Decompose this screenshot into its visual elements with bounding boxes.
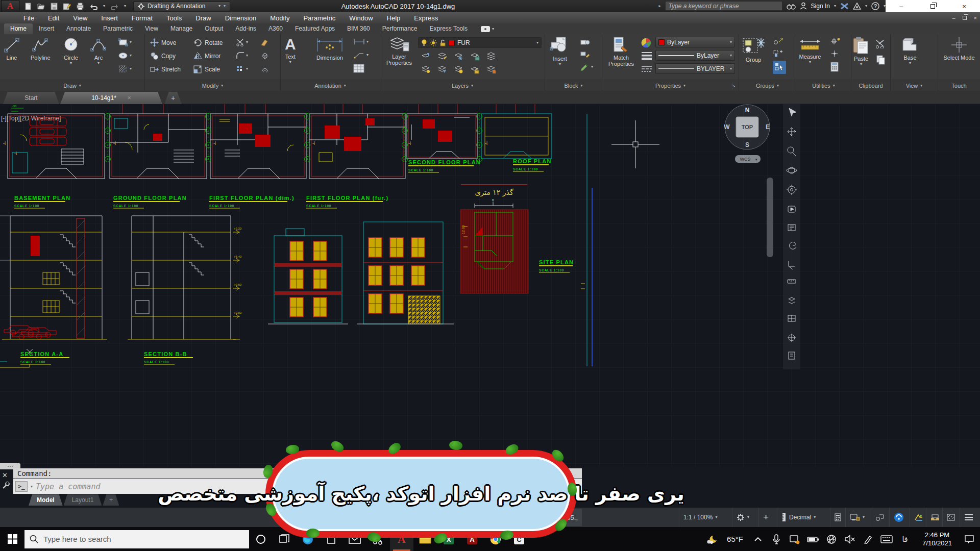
leader-icon[interactable]: ▾	[353, 52, 369, 59]
trusted-autodesk-icon[interactable]	[910, 508, 927, 527]
ribbon-tab-featured-apps[interactable]: Featured Apps	[289, 23, 341, 34]
ribbon-tab-bim360[interactable]: BIM 360	[341, 23, 376, 34]
ribbon-tab-performance[interactable]: Performance	[376, 23, 424, 34]
object-color-dropdown[interactable]: ByLayer▾	[655, 37, 735, 47]
panel-label-block[interactable]: Block▾	[545, 80, 602, 91]
command-recent-caret[interactable]: ▾	[31, 485, 33, 488]
menu-window[interactable]: Window	[349, 14, 373, 22]
layer-unlock-icon[interactable]	[439, 39, 446, 46]
menu-express[interactable]: Express	[414, 14, 438, 22]
cut-icon[interactable]	[875, 39, 886, 48]
language-indicator[interactable]: فا	[896, 527, 914, 551]
layer-off-icon[interactable]	[421, 65, 431, 74]
hardware-acceleration-icon[interactable]	[889, 508, 908, 527]
taskbar-clock[interactable]: 2:46 PM 7/10/2021	[915, 531, 960, 547]
stretch-button[interactable]: Stretch	[150, 65, 181, 73]
customization-menu-icon[interactable]	[960, 508, 977, 527]
tab-model[interactable]: Model	[29, 494, 63, 506]
panel-label-properties[interactable]: Properties▾↘	[602, 80, 739, 91]
panel-label-groups[interactable]: Groups▾	[739, 80, 796, 91]
measure-button[interactable]: Measure▾	[798, 36, 822, 64]
panel-label-layers[interactable]: Layers▾	[380, 80, 545, 91]
viewcube-south[interactable]: S	[745, 141, 749, 148]
menu-parametric[interactable]: Parametric	[303, 14, 335, 22]
save-as-icon[interactable]	[63, 3, 71, 10]
layer-freeze-icon[interactable]	[454, 52, 464, 61]
linetype-icon[interactable]	[641, 65, 652, 73]
sign-in-caret[interactable]: ▾	[834, 5, 836, 8]
close-button[interactable]: ×	[954, 3, 974, 10]
save-icon[interactable]	[51, 3, 58, 10]
copy-button[interactable]: Copy	[150, 52, 176, 60]
text-button[interactable]: A Text▾	[285, 36, 296, 64]
screen-rotate-icon[interactable]	[786, 527, 803, 551]
menu-tools[interactable]: Tools	[166, 14, 182, 22]
hatch-tool-icon[interactable]: ▾	[118, 65, 132, 73]
open-file-icon[interactable]	[37, 3, 45, 10]
navigation-bar[interactable]	[783, 104, 800, 369]
select-mode-button[interactable]: Select Mode	[943, 36, 975, 61]
lineweight-dropdown[interactable]: ByLayer▾	[655, 50, 735, 61]
ribbon-tab-a360[interactable]: A360	[262, 23, 289, 34]
layer-thaw-icon[interactable]	[454, 65, 464, 74]
sign-in-label[interactable]: Sign In	[811, 3, 830, 10]
viewcube-east[interactable]: E	[766, 123, 770, 131]
color-wheel-icon[interactable]	[641, 38, 651, 48]
ribbon-tab-view[interactable]: View	[139, 23, 164, 34]
layer-lock-icon[interactable]	[470, 52, 480, 61]
command-prompt-icon[interactable]: >_	[15, 481, 28, 492]
tray-icon[interactable]	[926, 508, 944, 527]
command-close-icon[interactable]: ✕	[2, 471, 8, 479]
offset-tool-icon[interactable]	[260, 65, 270, 73]
keyword-search-input[interactable]	[665, 1, 782, 11]
panel-label-clipboard[interactable]: Clipboard	[851, 80, 890, 91]
group-selection-toggle[interactable]	[773, 61, 786, 74]
menu-view[interactable]: View	[73, 14, 87, 22]
units-control[interactable]: Decimal▾	[777, 508, 820, 527]
explode-tool-icon[interactable]	[260, 52, 270, 60]
layer-states-icon[interactable]	[486, 52, 497, 61]
pen-icon[interactable]	[860, 527, 877, 551]
viewcube-north[interactable]: N	[745, 107, 750, 114]
ungroup-icon[interactable]	[773, 37, 784, 45]
erase-tool-icon[interactable]	[260, 38, 270, 46]
volume-muted-icon[interactable]	[841, 527, 859, 551]
annotation-visibility-gear[interactable]: ▾	[732, 508, 753, 527]
panel-label-draw[interactable]: Draw▾	[0, 80, 144, 91]
rotate-button[interactable]: Rotate	[193, 38, 223, 47]
layer-current-icon[interactable]	[437, 65, 448, 74]
redo-caret[interactable]: ▾	[124, 5, 126, 8]
workspace-switch-plus[interactable]: +	[758, 508, 773, 527]
touch-keyboard-icon[interactable]	[878, 527, 895, 551]
properties-dialog-launcher[interactable]: ↘	[731, 83, 736, 88]
ribbon-tab-parametric[interactable]: Parametric	[97, 23, 139, 34]
layer-isolate-icon[interactable]	[421, 52, 431, 61]
panel-label-modify[interactable]: Modify▾	[145, 80, 280, 91]
hidden-icons-chevron[interactable]	[749, 527, 767, 551]
quick-calc-status-icon[interactable]	[830, 508, 845, 527]
quick-calc-icon[interactable]	[830, 62, 839, 72]
layer-unlock2-icon[interactable]	[470, 65, 480, 74]
isolate-objects-icon[interactable]: ▾	[845, 508, 869, 527]
menu-format[interactable]: Format	[132, 14, 153, 22]
network-globe-icon[interactable]	[823, 527, 840, 551]
scale-button[interactable]: Scale	[193, 65, 220, 73]
layer-properties-button[interactable]: Layer Properties	[383, 36, 415, 66]
file-tab-drawing[interactable]: 10-14g1*×	[60, 92, 162, 104]
rectangle-tool-icon[interactable]: ▾	[118, 38, 132, 46]
file-tab-close-icon[interactable]: ×	[128, 94, 131, 102]
trim-tool-icon[interactable]: ▾	[236, 38, 248, 46]
menu-insert[interactable]: Insert	[101, 14, 118, 22]
layer-walk-icon[interactable]	[486, 65, 497, 74]
menu-dimension[interactable]: Dimension	[225, 14, 256, 22]
annotation-scale-control[interactable]: 1:1 / 100%▾	[679, 508, 721, 527]
doc-minimize-button[interactable]: –	[952, 15, 955, 21]
taskbar-search-input[interactable]	[43, 535, 244, 543]
plot-icon[interactable]	[76, 3, 84, 10]
tab-layout1[interactable]: Layout1	[64, 494, 102, 506]
linear-dimension-icon[interactable]: ▾	[353, 38, 369, 45]
polyline-button[interactable]: Polyline	[31, 36, 51, 61]
ribbon-display-toggle[interactable]: ▾	[481, 26, 494, 34]
file-tab-start[interactable]: Start	[3, 92, 59, 104]
layer-color-swatch[interactable]	[449, 40, 455, 46]
